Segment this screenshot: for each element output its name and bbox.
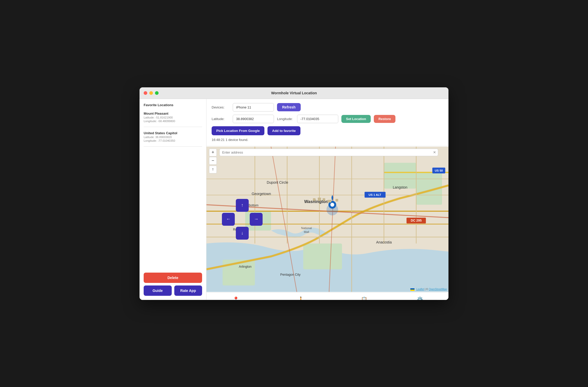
route-stimulation-icon: 🚶 <box>298 296 304 300</box>
add-favorite-button[interactable]: Add to favorite <box>267 126 300 135</box>
svg-text:Anacostia: Anacostia <box>376 240 392 244</box>
location-icon: 📍 <box>233 296 239 300</box>
app-body: Favorite Locations Mount Pleasant Latitu… <box>140 99 448 300</box>
traffic-lights <box>144 91 159 95</box>
divider <box>144 127 202 127</box>
setting-icon: ⚙️ <box>417 296 423 300</box>
devices-label: Devices: <box>212 105 230 109</box>
action-row: Pick Location From Google Add to favorit… <box>212 126 443 135</box>
up-button[interactable]: ↑ <box>236 199 249 212</box>
dir-up-row: ↑ <box>222 199 263 212</box>
nav-script[interactable]: 📋 Script <box>355 295 373 300</box>
osm-link[interactable]: OpenStreetMap <box>429 288 447 291</box>
sidebar-bottom: Delete Guide Rate App <box>144 273 202 296</box>
divider <box>144 146 202 147</box>
longitude-label: Longitude: <box>277 117 295 121</box>
map-search-clear-button[interactable]: ✕ <box>433 150 436 154</box>
favorite-name-1: United States Capitol <box>144 131 202 135</box>
nav-route-stimulation[interactable]: 🚶 Route Stimulation <box>284 295 318 300</box>
status-text: 16:48:21 1 device found. <box>212 138 443 142</box>
delete-button[interactable]: Delete <box>144 273 202 283</box>
favorite-lng-0: Longitude: -58.48099800 <box>144 120 202 123</box>
svg-rect-2 <box>303 243 342 269</box>
maximize-button[interactable] <box>155 91 159 95</box>
svg-marker-47 <box>212 170 213 171</box>
longitude-input[interactable] <box>297 115 338 123</box>
svg-text:Georgetown: Georgetown <box>252 192 271 196</box>
sidebar-top: Favorite Locations Mount Pleasant Latitu… <box>144 103 202 149</box>
app-window: Wormhole Virtual Location Favorite Locat… <box>140 87 448 300</box>
refresh-button[interactable]: Refresh <box>277 103 301 111</box>
sidebar: Favorite Locations Mount Pleasant Latitu… <box>140 99 206 300</box>
svg-marker-46 <box>212 168 213 170</box>
favorites-label: Favorite Locations <box>144 103 202 107</box>
down-button[interactable]: ↓ <box>236 227 249 240</box>
nav-setting[interactable]: ⚙️ Setting <box>410 295 430 300</box>
latitude-label: Latitude: <box>212 117 230 121</box>
nav-location[interactable]: 📍 Location <box>225 295 247 300</box>
favorite-name-0: Mount Pleasant <box>144 112 202 115</box>
close-button[interactable] <box>144 91 147 95</box>
list-item[interactable]: Mount Pleasant Latitude: -51.81621900 Lo… <box>144 110 202 125</box>
pick-google-button[interactable]: Pick Location From Google <box>212 126 264 135</box>
window-title: Wormhole Virtual Location <box>271 91 317 95</box>
direction-controls: ↑ ← → ↓ <box>222 198 263 241</box>
svg-rect-3 <box>384 163 416 188</box>
title-bar: Wormhole Virtual Location <box>140 87 448 99</box>
svg-rect-42 <box>318 198 321 201</box>
svg-text:Langston: Langston <box>393 185 408 189</box>
list-item[interactable]: United States Capitol Latitude: 38.89003… <box>144 129 202 144</box>
favorite-lng-1: Longitude: -77.01040350 <box>144 139 202 142</box>
favorite-lat-0: Latitude: -51.81621900 <box>144 116 202 119</box>
zoom-in-button[interactable]: + <box>209 149 217 156</box>
dir-mid-row: ← → <box>222 213 263 226</box>
map-search-bar: ✕ <box>219 149 438 156</box>
latitude-input[interactable] <box>233 115 274 123</box>
svg-text:Arlington: Arlington <box>239 265 252 268</box>
controls-area: Devices: Refresh Latitude: Longitude: Se… <box>206 99 448 146</box>
dir-down-row: ↓ <box>222 227 263 240</box>
attribution-separator: | © <box>425 288 429 291</box>
lat-lng-row: Latitude: Longitude: Set Location Restor… <box>212 115 443 123</box>
svg-point-40 <box>330 203 334 207</box>
svg-text:US 1 ALT: US 1 ALT <box>369 193 381 196</box>
lng-section: Longitude: <box>277 115 338 123</box>
navigate-button[interactable] <box>209 166 217 173</box>
main-content: Devices: Refresh Latitude: Longitude: Se… <box>206 99 448 300</box>
svg-text:Pentagon City: Pentagon City <box>280 273 301 276</box>
device-row: Devices: Refresh <box>212 103 443 112</box>
restore-button[interactable]: Restore <box>374 115 395 123</box>
svg-rect-43 <box>323 198 325 201</box>
device-input[interactable] <box>233 103 274 112</box>
map-and-controls: ↑ ← → ↓ <box>206 146 448 292</box>
zoom-out-button[interactable]: − <box>209 157 217 165</box>
right-button[interactable]: → <box>250 213 263 226</box>
bottom-nav: 📍 Location 🚶 Route Stimulation 📋 Script … <box>206 292 448 300</box>
set-location-button[interactable]: Set Location <box>341 115 371 123</box>
ukraine-flag <box>410 288 414 291</box>
svg-rect-44 <box>327 200 331 202</box>
left-button[interactable]: ← <box>222 213 235 226</box>
guide-button[interactable]: Guide <box>144 285 172 296</box>
rate-app-button[interactable]: Rate App <box>174 285 202 296</box>
btn-row: Guide Rate App <box>144 285 202 296</box>
favorite-lat-1: Latitude: 38.89003820 <box>144 136 202 139</box>
script-icon: 📋 <box>361 296 367 300</box>
map-search-input[interactable] <box>219 149 438 156</box>
svg-text:DC 295: DC 295 <box>411 218 421 222</box>
svg-text:Dupont Circle: Dupont Circle <box>267 181 288 184</box>
map-attribution: Leaflet | © OpenStreetMap <box>410 288 447 291</box>
svg-text:National: National <box>301 226 312 229</box>
leaflet-link[interactable]: Leaflet <box>416 288 424 291</box>
minimize-button[interactable] <box>149 91 153 95</box>
svg-text:US 50: US 50 <box>435 169 443 172</box>
svg-text:Mall: Mall <box>304 230 309 233</box>
svg-rect-45 <box>335 199 338 201</box>
svg-rect-41 <box>313 198 316 201</box>
compass-icon <box>211 167 215 172</box>
